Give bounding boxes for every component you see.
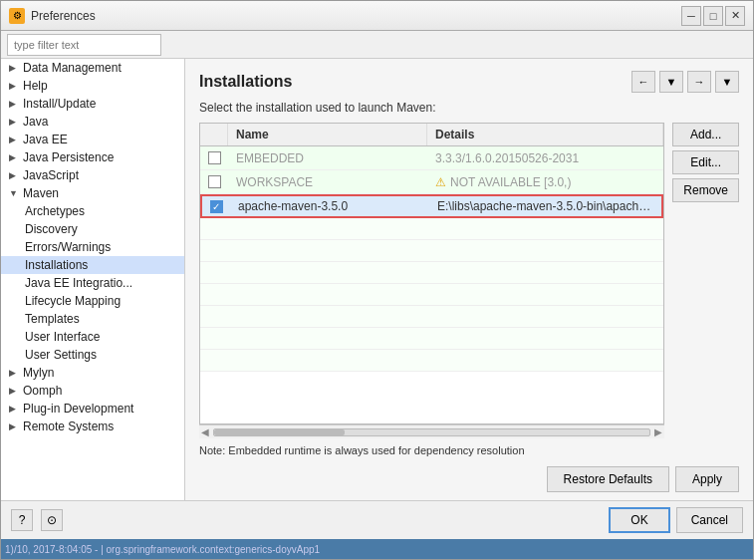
window-controls: ─ □ ✕ [681, 6, 745, 26]
page-title: Installations [199, 73, 292, 91]
col-header-check [200, 124, 228, 145]
arrow-icon: ▶ [9, 368, 19, 378]
dialog-footer: ? ⊙ OK Cancel [1, 500, 753, 539]
close-button[interactable]: ✕ [725, 6, 745, 26]
sidebar-label: Help [23, 79, 48, 93]
dropdown-button[interactable]: ▼ [659, 71, 683, 93]
sidebar-item-java-ee-integration[interactable]: Java EE Integratio... [1, 274, 184, 292]
table-section: Name Details EMBEDDED 3.3.3/1.6.0.201505… [199, 123, 739, 438]
sidebar-item-oomph[interactable]: ▶ Oomph [1, 382, 184, 400]
sidebar-item-archetypes[interactable]: Archetypes [1, 202, 184, 220]
sidebar-item-java-persistence[interactable]: ▶ Java Persistence [1, 148, 184, 166]
content-header: Installations ← ▼ → ▼ [199, 71, 739, 93]
row-checkbox[interactable] [200, 172, 228, 191]
col-header-details: Details [427, 124, 663, 145]
help-button[interactable]: ? [11, 509, 33, 531]
forward-button[interactable]: → [687, 71, 711, 93]
table-row-empty [200, 240, 663, 262]
row-name-embedded: EMBEDDED [228, 148, 427, 168]
cancel-button[interactable]: Cancel [676, 507, 743, 533]
footer-right-buttons: OK Cancel [609, 507, 743, 533]
sidebar-item-java[interactable]: ▶ Java [1, 113, 184, 131]
title-bar: ⚙ Preferences ─ □ ✕ [1, 1, 753, 31]
note-text: Note: Embedded runtime is always used fo… [199, 444, 739, 456]
sidebar-item-templates[interactable]: Templates [1, 310, 184, 328]
edit-button[interactable]: Edit... [672, 150, 739, 174]
table-row[interactable]: WORKSPACE ⚠NOT AVAILABLE [3.0,) [200, 170, 663, 194]
scroll-left-arrow[interactable]: ◀ [201, 426, 209, 437]
row-checkbox[interactable]: ✓ [202, 197, 230, 216]
sidebar-label: Oomph [23, 384, 62, 398]
sidebar-label: Lifecycle Mapping [25, 294, 121, 308]
sidebar-item-data-management[interactable]: ▶ Data Management [1, 59, 184, 77]
scroll-right-arrow[interactable]: ▶ [654, 426, 662, 437]
sidebar-item-discovery[interactable]: Discovery [1, 220, 184, 238]
arrow-icon: ▶ [9, 421, 19, 431]
arrow-icon: ▶ [9, 404, 19, 414]
sidebar-item-lifecycle-mapping[interactable]: Lifecycle Mapping [1, 292, 184, 310]
sidebar-label: User Settings [25, 348, 97, 362]
sidebar-label: Java EE [23, 133, 68, 146]
checkbox-embedded[interactable] [208, 151, 221, 164]
sidebar-item-remote-systems[interactable]: ▶ Remote Systems [1, 418, 184, 435]
add-button[interactable]: Add... [672, 123, 739, 146]
ok-button[interactable]: OK [609, 507, 669, 533]
right-buttons: Add... Edit... Remove [672, 123, 739, 438]
apply-button[interactable]: Apply [675, 466, 739, 492]
sidebar-item-errors-warnings[interactable]: Errors/Warnings [1, 238, 184, 256]
sidebar-item-help[interactable]: ▶ Help [1, 77, 184, 95]
sidebar-item-user-interface[interactable]: User Interface [1, 328, 184, 346]
sidebar: ▶ Data Management ▶ Help ▶ Install/Updat… [1, 59, 185, 500]
row-details-apache-maven: E:\libs\apache-maven-3.5.0-bin\apache-ma… [429, 196, 661, 216]
restore-defaults-button[interactable]: Restore Defaults [547, 466, 669, 492]
sidebar-item-javascript[interactable]: ▶ JavaScript [1, 166, 184, 184]
remove-button[interactable]: Remove [672, 178, 739, 202]
sidebar-item-install-update[interactable]: ▶ Install/Update [1, 95, 184, 113]
bottom-buttons: Restore Defaults Apply [199, 466, 739, 492]
arrow-icon: ▶ [9, 170, 19, 180]
status-bar: 1)/10, 2017-8:04:05 - | org.springframew… [1, 539, 753, 559]
content-area: Installations ← ▼ → ▼ Select the install… [185, 59, 753, 500]
instructions-text: Select the installation used to launch M… [199, 101, 739, 115]
row-checkbox[interactable] [200, 148, 228, 167]
sidebar-label: User Interface [25, 330, 100, 344]
arrow-icon: ▶ [9, 152, 19, 162]
table-row-empty [200, 306, 663, 328]
maximize-button[interactable]: □ [703, 6, 723, 26]
preferences-window: ⚙ Preferences ─ □ ✕ ▶ Data Management ▶ … [0, 0, 754, 560]
checkbox-workspace[interactable] [208, 175, 221, 188]
table-row-empty [200, 284, 663, 306]
back-button[interactable]: ← [631, 71, 655, 93]
sidebar-label: Mylyn [23, 366, 54, 380]
app-icon: ⚙ [9, 8, 25, 24]
sidebar-item-maven[interactable]: ▼ Maven [1, 184, 184, 202]
defaults-button[interactable]: ⊙ [41, 509, 63, 531]
minimize-button[interactable]: ─ [681, 6, 701, 26]
sidebar-label: Discovery [25, 222, 78, 236]
row-details-workspace: ⚠NOT AVAILABLE [3.0,) [427, 172, 663, 192]
sidebar-item-mylyn[interactable]: ▶ Mylyn [1, 364, 184, 382]
menu-button[interactable]: ▼ [715, 71, 739, 93]
table-row[interactable]: ✓ apache-maven-3.5.0 E:\libs\apache-mave… [200, 194, 663, 218]
scrollbar-track[interactable] [213, 428, 650, 436]
sidebar-label: Java [23, 115, 48, 129]
table-row-empty [200, 262, 663, 284]
search-input[interactable] [7, 34, 161, 56]
sidebar-label: Install/Update [23, 97, 96, 111]
table-header: Name Details [200, 124, 663, 146]
sidebar-label: Remote Systems [23, 420, 114, 433]
sidebar-item-user-settings[interactable]: User Settings [1, 346, 184, 364]
sidebar-item-plug-in-development[interactable]: ▶ Plug-in Development [1, 400, 184, 418]
sidebar-label: Installations [25, 258, 88, 272]
arrow-icon: ▶ [9, 135, 19, 144]
table-row[interactable]: EMBEDDED 3.3.3/1.6.0.20150526-2031 [200, 146, 663, 170]
horizontal-scrollbar[interactable]: ◀ ▶ [199, 424, 664, 438]
arrow-icon: ▼ [9, 188, 19, 198]
sidebar-item-installations[interactable]: Installations [1, 256, 184, 274]
footer-left-buttons: ? ⊙ [11, 509, 63, 531]
arrow-icon: ▶ [9, 117, 19, 127]
row-name-apache-maven: apache-maven-3.5.0 [230, 196, 429, 216]
checkbox-apache-maven[interactable]: ✓ [210, 200, 223, 213]
scrollbar-thumb[interactable] [214, 429, 345, 435]
sidebar-item-java-ee[interactable]: ▶ Java EE [1, 131, 184, 148]
